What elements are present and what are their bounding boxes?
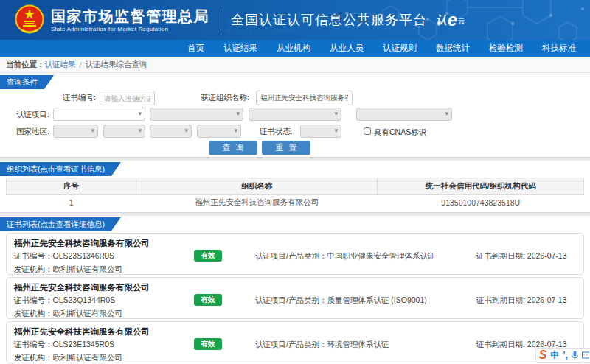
query-row-1: 证书编号: 获证组织名称: — [0, 90, 590, 106]
section-title-organization-list: 组织列表(点击查看证书信息) — [0, 162, 121, 176]
chevron-down-icon: ▾ — [184, 127, 188, 134]
cell-index: 1 — [7, 195, 136, 211]
cert-project-select-2[interactable]: ▾ — [150, 108, 243, 121]
cert-no-label: 证书编号: — [22, 93, 96, 103]
ime-punctuation-icon[interactable]: ’, — [563, 351, 568, 359]
card-cert-no: 证书编号：OLS23S1346R0S — [14, 251, 114, 262]
agency-name-cn: 国家市场监督管理总局 — [51, 8, 209, 24]
platform-title: 全国认证认可信息公共服务平台 — [231, 11, 427, 29]
chevron-down-icon: ▾ — [334, 127, 338, 134]
status-badge: 有效 — [194, 338, 222, 350]
card-org-name: 福州正先安全科技咨询服务有限公司 — [14, 326, 150, 337]
nav-item-inspection[interactable]: 检验检测 — [479, 40, 532, 57]
cert-project-select-4[interactable]: ▾ — [356, 108, 452, 121]
nav-item-tech-standards[interactable]: 科技标准 — [532, 40, 586, 57]
chevron-down-icon: ▾ — [138, 127, 142, 134]
org-name-label: 获证组织名称: — [176, 93, 249, 103]
cnas-label: 具有CNAS标识 — [374, 127, 426, 138]
search-button[interactable]: 查询 — [209, 141, 257, 155]
card-cert-no: 证书编号：OLS23Q1344R0S — [14, 295, 115, 306]
cert-status-select[interactable]: ▾ — [300, 125, 341, 138]
cell-credit-code: 91350100743823518U — [378, 195, 584, 211]
breadcrumb-prefix: 当前位置： — [6, 60, 45, 70]
certificate-card[interactable]: 福州正先安全科技咨询服务有限公司 证书编号：OLS23E1345R0S 有效 认… — [6, 321, 584, 363]
card-issuer: 发证机构：欧利斯认证有限公司 — [14, 309, 122, 319]
breadcrumb-link-cert-results[interactable]: 认证结果 — [45, 60, 76, 70]
query-buttons-row: 查询 重置 — [0, 141, 590, 155]
card-project: 认证项目/产品类别：中国职业健康安全管理体系认证 — [255, 251, 435, 262]
breadcrumb: 当前位置： 认证结果 / 认证结果综合查询 — [0, 57, 590, 73]
main-nav: 首页 认证结果 从业机构 从业人员 认证规则 数据统计 检验检测 科技标准 — [0, 40, 590, 57]
cnas-checkbox[interactable] — [364, 127, 371, 135]
column-header-index: 序号 — [7, 178, 136, 195]
nav-item-cert-rules[interactable]: 认证规则 — [373, 40, 426, 57]
org-name-input[interactable] — [256, 91, 353, 105]
card-issuer: 发证机构：欧利斯认证有限公司 — [14, 265, 122, 275]
nav-item-cert-results[interactable]: 认证结果 — [214, 40, 267, 57]
region-label: 国家地区: — [6, 127, 49, 137]
nav-item-statistics[interactable]: 数据统计 — [426, 40, 479, 57]
card-project: 认证项目/产品类别：质量管理体系认证 (ISO9001) — [255, 295, 427, 306]
region-select-3[interactable]: ▾ — [150, 125, 192, 138]
section-title-certificate-list: 证书列表(点击查看详细信息) — [0, 217, 121, 231]
card-cert-no: 证书编号：OLS23E1345R0S — [14, 340, 114, 350]
status-badge: 有效 — [194, 250, 222, 262]
agency-title-block: 国家市场监督管理总局 State Administration for Mark… — [51, 8, 209, 32]
query-row-3: 国家地区: ▾ ▾ ▾ ▾ 证书状态: ▾ 具有CNAS标识 — [0, 125, 590, 139]
column-header-credit-code: 统一社会信用代码/组织机构代码 — [378, 178, 584, 195]
sogou-logo-icon[interactable]: S — [539, 349, 547, 361]
ime-microphone-icon[interactable] — [572, 351, 578, 360]
organization-table: 序号 组织名称 统一社会信用代码/组织机构代码 1 福州正先安全科技咨询服务有限… — [6, 178, 584, 211]
nav-item-institutions[interactable]: 从业机构 — [267, 40, 320, 57]
chevron-down-icon: ▾ — [445, 110, 448, 117]
column-header-org-name: 组织名称 — [136, 178, 378, 195]
region-select-1[interactable]: ▾ — [53, 125, 98, 138]
query-row-2: 认证项目: ▾ ▾ ▾ ▾ — [0, 108, 590, 122]
region-select-2[interactable]: ▾ — [103, 125, 145, 138]
chevron-down-icon: ▾ — [334, 110, 338, 117]
nav-item-practitioners[interactable]: 从业人员 — [320, 40, 373, 57]
query-conditions-section: 查询条件 证书编号: 获证组织名称: 认证项目: ▾ ▾ ▾ ▾ 国家地区: ▾… — [0, 73, 590, 157]
chevron-down-icon: ▾ — [236, 110, 240, 117]
organization-list-section: 组织列表(点击查看证书信息) 序号 组织名称 统一社会信用代码/组织机构代码 1… — [0, 161, 590, 212]
table-header-row: 序号 组织名称 统一社会信用代码/组织机构代码 — [7, 178, 584, 195]
status-badge: 有效 — [194, 294, 222, 306]
national-emblem-icon — [15, 4, 44, 36]
region-select-4[interactable]: ▾ — [197, 125, 241, 138]
card-issuer: 发证机构：欧利斯认证有限公司 — [14, 353, 122, 363]
card-org-name: 福州正先安全科技咨询服务有限公司 — [14, 282, 150, 293]
agency-name-en: State Administration for Market Regulati… — [51, 26, 209, 32]
ime-toolbar: S 中 ’, — [535, 348, 590, 363]
certificate-card[interactable]: 福州正先安全科技咨询服务有限公司 证书编号：OLS23Q1344R0S 有效 认… — [6, 277, 584, 319]
cert-project-select-3[interactable]: ▾ — [249, 108, 341, 121]
cert-project-label: 认证项目: — [6, 110, 49, 120]
card-expire-date: 证书到期日期: 2026-07-13 — [476, 295, 567, 306]
cert-project-select-1[interactable]: ▾ — [53, 108, 145, 121]
nav-item-home[interactable]: 首页 — [178, 40, 214, 57]
breadcrumb-current: 认证结果综合查询 — [85, 60, 147, 70]
chevron-down-icon: ▾ — [138, 110, 142, 117]
section-title-query-conditions: 查询条件 — [0, 75, 54, 89]
certificate-card[interactable]: 福州正先安全科技咨询服务有限公司 证书编号：OLS23S1346R0S 有效 认… — [6, 233, 584, 275]
header-divider — [221, 9, 221, 31]
ime-lang-indicator[interactable]: 中 — [550, 349, 559, 362]
ime-keyboard-icon[interactable] — [582, 351, 589, 360]
card-expire-date: 证书到期日期: 2026-07-13 — [476, 251, 567, 262]
reset-button[interactable]: 重置 — [262, 141, 310, 155]
table-row[interactable]: 1 福州正先安全科技咨询服务有限公司 91350100743823518U — [7, 195, 584, 211]
certificate-list-section: 证书列表(点击查看详细信息) 福州正先安全科技咨询服务有限公司 证书编号：OLS… — [0, 216, 590, 363]
cert-no-input[interactable] — [100, 91, 155, 105]
page: 国家市场监督管理总局 State Administration for Mark… — [0, 0, 590, 364]
cell-org-name: 福州正先安全科技咨询服务有限公司 — [136, 195, 378, 211]
card-org-name: 福州正先安全科技咨询服务有限公司 — [14, 238, 150, 249]
cert-status-label: 证书状态: — [236, 127, 293, 137]
breadcrumb-separator: / — [80, 60, 82, 69]
chevron-down-icon: ▾ — [91, 127, 94, 134]
site-header: 国家市场监督管理总局 State Administration for Mark… — [0, 0, 590, 40]
card-project: 认证项目/产品类别：环境管理体系认证 — [255, 340, 389, 350]
ren-e-yun-logo: 认 e 云 — [436, 13, 465, 27]
